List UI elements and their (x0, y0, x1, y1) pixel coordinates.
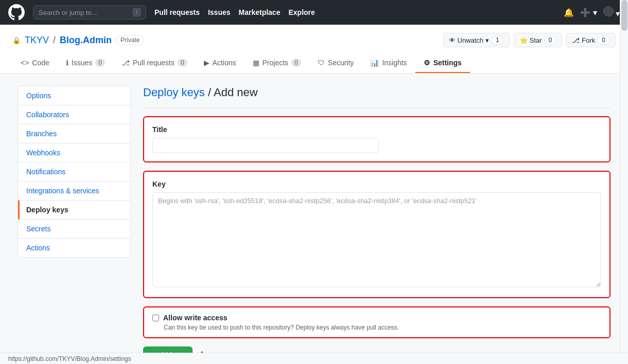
breadcrumb-separator: / (208, 86, 214, 99)
search-box[interactable]: Search or jump to... / (33, 5, 146, 20)
sidebar-item-webhooks[interactable]: Webhooks (18, 143, 130, 162)
fork-button[interactable]: ⎇ Fork 0 (566, 33, 616, 47)
main-content: Options Collaborators Branches Webhooks … (5, 86, 623, 364)
projects-icon: ▦ (253, 59, 259, 67)
tab-security[interactable]: 🛡 Security (309, 53, 362, 73)
actions-icon: ▶ (204, 59, 210, 67)
status-url: https://github.com/TKYV/Blog.Admin/setti… (8, 355, 131, 362)
repo-private-badge: Private (116, 35, 144, 45)
tab-actions[interactable]: ▶ Actions (196, 53, 245, 73)
unwatch-button[interactable]: 👁 Unwatch ▾ 1 (443, 33, 510, 47)
repo-name-link[interactable]: Blog.Admin (60, 35, 112, 46)
fork-count: 0 (597, 35, 610, 45)
create-plus-icon[interactable]: ➕ ▾ (580, 8, 597, 17)
repo-lock-icon: 🔒 (12, 37, 21, 44)
tab-insights[interactable]: 📊 Insights (362, 53, 415, 73)
star-button[interactable]: ⭐ Star 0 (514, 33, 563, 47)
insights-icon: 📊 (370, 59, 379, 67)
title-input[interactable] (152, 138, 379, 153)
sidebar-item-integrations[interactable]: Integrations & services (18, 181, 130, 201)
watch-dropdown-icon: ▾ (485, 37, 489, 44)
repo-header: 🔒 TKYV / Blog.Admin Private 👁 Unwatch ▾ … (0, 25, 628, 74)
star-count: 0 (544, 35, 557, 45)
nav-links: Pull requests Issues Marketplace Explore (154, 8, 315, 16)
sidebar-item-deploy-keys[interactable]: Deploy keys (18, 201, 130, 220)
tab-code[interactable]: <> Code (12, 53, 58, 73)
top-nav: Search or jump to... / Pull requests Iss… (0, 0, 628, 25)
user-avatar-icon[interactable]: ▾ (603, 6, 620, 19)
sidebar-item-notifications[interactable]: Notifications (18, 162, 130, 181)
security-icon: 🛡 (318, 59, 325, 67)
allow-write-row: Allow write access (152, 314, 601, 322)
eye-icon: 👁 (449, 37, 456, 44)
sidebar-item-secrets[interactable]: Secrets (18, 220, 130, 239)
settings-icon: ⚙ (424, 59, 430, 67)
star-icon: ⭐ (519, 37, 528, 44)
search-shortcut: / (133, 8, 141, 16)
search-placeholder: Search or jump to... (39, 9, 97, 16)
allow-write-section: Allow write access Can this key be used … (143, 306, 610, 338)
scrollbar-track[interactable] (620, 0, 628, 353)
code-icon: <> (21, 59, 29, 67)
issues-icon: ℹ (66, 59, 68, 67)
repo-separator: / (53, 35, 56, 46)
tab-projects[interactable]: ▦ Projects 0 (245, 53, 309, 73)
sidebar-item-options[interactable]: Options (18, 86, 130, 105)
sidebar-item-branches[interactable]: Branches (18, 124, 130, 143)
allow-write-description: Can this key be used to push to this rep… (164, 324, 601, 331)
tab-settings[interactable]: ⚙ Settings (415, 53, 470, 73)
sidebar-item-actions[interactable]: Actions (18, 239, 130, 257)
breadcrumb-current: Add new (214, 86, 258, 99)
notifications-bell-icon[interactable]: 🔔 (564, 8, 574, 17)
page-title: Deploy keys / Add new (143, 86, 610, 108)
repo-title-row: 🔒 TKYV / Blog.Admin Private 👁 Unwatch ▾ … (12, 33, 616, 47)
deploy-keys-link[interactable]: Deploy keys (143, 86, 205, 99)
allow-write-checkbox[interactable] (152, 315, 159, 321)
tab-issues[interactable]: ℹ Issues 0 (58, 53, 113, 73)
title-label: Title (152, 125, 601, 134)
title-section: Title (143, 116, 610, 162)
key-label: Key (152, 180, 601, 188)
key-textarea[interactable] (152, 192, 601, 287)
pull-requests-icon: ⎇ (121, 59, 130, 67)
key-section: Key (143, 171, 610, 298)
nav-pull-requests[interactable]: Pull requests (154, 8, 200, 16)
sidebar-nav: Options Collaborators Branches Webhooks … (18, 86, 131, 258)
nav-issues[interactable]: Issues (208, 8, 231, 16)
allow-write-label[interactable]: Allow write access (163, 314, 228, 322)
content-area: Deploy keys / Add new Title Key Allow wr… (143, 86, 610, 364)
scrollbar-thumb[interactable] (621, 0, 627, 31)
nav-marketplace[interactable]: Marketplace (239, 8, 281, 16)
repo-tabs: <> Code ℹ Issues 0 ⎇ Pull requests 0 ▶ A… (12, 53, 616, 73)
sidebar-item-collaborators[interactable]: Collaborators (18, 105, 130, 124)
repo-owner-link[interactable]: TKYV (25, 35, 49, 46)
nav-right: 🔔 ➕ ▾ ▾ (564, 6, 620, 19)
tab-pull-requests[interactable]: ⎇ Pull requests 0 (113, 53, 196, 73)
watch-count: 1 (491, 35, 504, 45)
github-logo[interactable] (8, 4, 25, 21)
status-bar: https://github.com/TKYV/Blog.Admin/setti… (0, 353, 628, 364)
settings-sidebar: Options Collaborators Branches Webhooks … (18, 86, 131, 364)
nav-explore[interactable]: Explore (288, 8, 315, 16)
repo-action-buttons: 👁 Unwatch ▾ 1 ⭐ Star 0 ⎇ Fork 0 (443, 33, 616, 47)
fork-icon: ⎇ (572, 37, 580, 44)
